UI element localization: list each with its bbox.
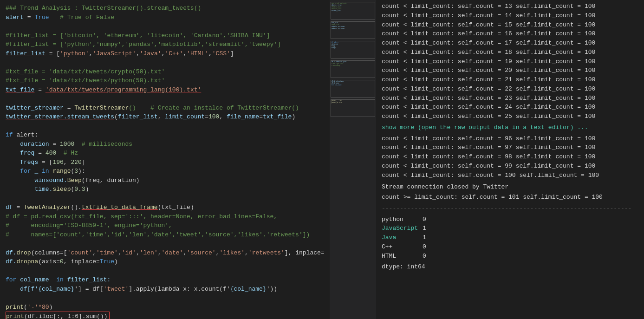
code-token: , — [136, 249, 140, 256]
code-token: # True of False — [49, 14, 114, 21]
code-line-l32: df[f'{col_name}'] = df['tweet'].apply(la… — [6, 285, 324, 294]
show-more-link[interactable]: show more (open the raw output data in a… — [382, 123, 638, 132]
code-token: {col_name} — [230, 286, 267, 293]
code-token: alert — [6, 14, 24, 21]
code-line-l25: # encoding='ISO-8859-1', engine='python'… — [6, 221, 324, 230]
data-lang-value: 0 — [423, 215, 426, 224]
code-token: txt_file — [263, 113, 292, 120]
code-token: 196 — [52, 159, 63, 166]
data-table-row: HTML0 — [382, 252, 638, 261]
code-token: (df.iloc[:, 1:6].sum()) — [24, 313, 107, 319]
code-token: twitter_streamer.stream_tweets — [6, 113, 114, 120]
code-line-l19: for _ in range(3): — [6, 167, 324, 176]
output-line: count < limit_count: self.count = 24 sel… — [382, 103, 638, 112]
code-token: (txt_file) — [158, 204, 194, 211]
minimap-thumb-5: df.drop(columns df.dropna for col_name — [331, 80, 375, 98]
code-token: = — [34, 86, 45, 93]
code-token: ')) — [267, 286, 277, 293]
code-token: filter_list — [6, 50, 46, 57]
code-token: 'HTML' — [187, 50, 208, 57]
output-panel: count < limit_count: self.count = 13 sel… — [376, 0, 644, 319]
code-token: sleep — [52, 186, 71, 193]
code-token: txtfile_to_data_frame — [82, 204, 158, 211]
code-token: , — [118, 249, 122, 256]
code-token: ### Trend Analysis : TwitterStreamer().s… — [6, 5, 201, 12]
output-line: count < limit_count: self.count = 13 sel… — [382, 2, 638, 11]
code-token: , — [158, 249, 162, 256]
code-token: col_name — [16, 276, 56, 283]
code-token: if — [6, 131, 13, 138]
data-table-row: JavaScript1 — [382, 224, 638, 233]
data-lang-name: python — [382, 215, 419, 224]
code-token: 'python' — [60, 50, 89, 57]
code-token: df. — [6, 258, 16, 265]
code-token: # Hz — [56, 150, 78, 156]
code-token: 'CSS' — [212, 50, 230, 57]
code-token: , — [158, 113, 165, 120]
data-lang-value: 1 — [423, 224, 426, 233]
code-token: (axis= — [38, 258, 60, 265]
data-lang-name: Java — [382, 233, 419, 242]
code-token: 0.3 — [74, 186, 85, 193]
code-line-l35: print(df.iloc[:, 1:6].sum()) — [6, 312, 110, 319]
output-line: count < limit_count: self.count = 18 sel… — [382, 48, 638, 57]
output-line: count < limit_count: self.count = 21 sel… — [382, 75, 638, 85]
output-line: count < limit_count: self.count = 100 se… — [382, 171, 638, 180]
code-line-l16: duration = 1000 # milliseconds — [6, 140, 324, 149]
code-token: ) — [85, 186, 89, 193]
code-token: = — [259, 113, 263, 120]
code-token: file_name — [227, 113, 259, 120]
minimap-thumb-3: if alert: duration freq freqs — [331, 41, 375, 59]
code-token: 'date' — [162, 249, 183, 256]
code-line-l20: winsound.Beep(freq, duration) — [6, 176, 324, 185]
code-token: time. — [6, 186, 52, 193]
code-line-l30 — [6, 267, 324, 276]
code-token: = [ — [46, 50, 60, 57]
stream-closed-line: Stream connection closed by Twitter — [382, 182, 638, 192]
code-token: (). — [71, 204, 81, 211]
code-token: ) — [292, 113, 295, 120]
output-line: count < limit_count: self.count = 97 sel… — [382, 143, 638, 152]
code-line-l4: #filter_list = ['bitcoin', 'ethereum', '… — [6, 31, 324, 40]
code-token: ], inplace= — [285, 249, 325, 256]
output-line: count < limit_count: self.count = 22 sel… — [382, 85, 638, 94]
code-token: limit_count — [165, 113, 205, 120]
code-token: = — [49, 141, 60, 148]
data-lang-name: HTML — [382, 252, 419, 261]
code-line-l12: twitter_streamer = TwitterStreamer() # C… — [6, 104, 324, 113]
dtype-line: dtype: int64 — [382, 262, 638, 272]
code-token: df[f' — [6, 286, 38, 293]
code-token: = — [24, 14, 34, 21]
code-token: df. — [6, 249, 16, 256]
code-line-l26: # names=['count','time','id','len','date… — [6, 230, 324, 240]
code-token: 'id' — [122, 249, 136, 256]
code-line-l17: freq = 400 # Hz — [6, 149, 324, 158]
code-token: ].apply(lambda x: x.count(f' — [129, 286, 230, 293]
code-line-l23: df = TweetAnalyzer().txtfile_to_data_fra… — [6, 203, 324, 212]
code-token: ) — [49, 304, 53, 311]
code-token: 1000 — [60, 141, 74, 148]
code-line-l11 — [6, 94, 324, 104]
data-lang-name: C++ — [382, 242, 419, 252]
code-token: , — [183, 249, 187, 256]
data-lang-name: JavaScript — [382, 224, 419, 233]
code-token: (freq, duration) — [82, 177, 140, 184]
code-token: Beep — [67, 177, 82, 184]
code-token: () # Create an instalce of TwitterStream… — [129, 104, 299, 111]
code-line-l2: alert = True # True of False — [6, 13, 324, 22]
output-line: count < limit_count: self.count = 19 sel… — [382, 57, 638, 66]
code-token: # encoding='ISO-8859-1', engine='python'… — [6, 222, 172, 229]
code-token: = — [34, 150, 45, 156]
code-line-l13: twitter_streamer.stream_tweets(filter_li… — [6, 112, 324, 122]
code-token: = — [205, 113, 208, 120]
code-token: for — [6, 276, 16, 283]
code-line-l18: freqs = [196, 220] — [6, 158, 324, 167]
code-token: True — [100, 258, 114, 265]
code-token: ( — [114, 113, 118, 120]
output-line: count < limit_count: self.count = 25 sel… — [382, 112, 638, 121]
code-token: 400 — [46, 150, 56, 156]
code-token: txt_file — [6, 86, 34, 93]
code-token: , — [208, 50, 212, 57]
code-token: = — [13, 204, 24, 211]
code-token: filter_list: — [64, 276, 111, 283]
